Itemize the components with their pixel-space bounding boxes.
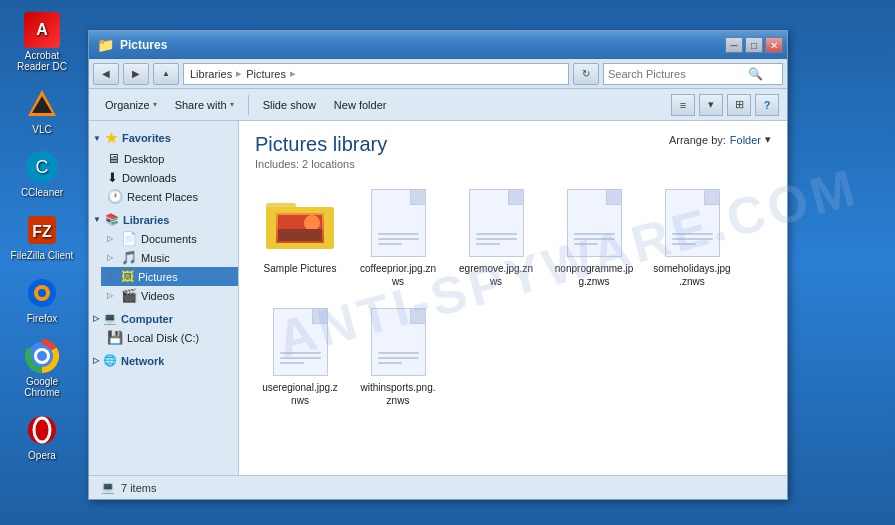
- help-button[interactable]: ?: [755, 94, 779, 116]
- desktop-icon-acrobat[interactable]: A Acrobat Reader DC: [4, 8, 80, 76]
- icon-label-vlc: VLC: [32, 124, 51, 135]
- library-items: ▷ 📄 Documents ▷ 🎵 Music ▽ 🖼 Pictu: [89, 229, 238, 305]
- expand-documents-icon: ▷: [107, 234, 117, 243]
- doc-icon-egremove: [460, 187, 532, 259]
- nav-desktop-label: Desktop: [124, 153, 164, 165]
- libraries-section: ▼ 📚 Libraries ▷ 📄 Documents ▷ 🎵: [89, 210, 238, 305]
- nav-pictures-label: Pictures: [138, 271, 178, 283]
- desktop-icon-chrome[interactable]: Google Chrome: [4, 334, 80, 402]
- new-folder-button[interactable]: New folder: [326, 93, 395, 117]
- details-view-button[interactable]: ⊞: [727, 94, 751, 116]
- nav-documents-label: Documents: [141, 233, 197, 245]
- toolbar-separator: [248, 95, 249, 115]
- desktop-icon-firefox[interactable]: Firefox: [4, 271, 80, 328]
- slide-show-button[interactable]: Slide show: [255, 93, 324, 117]
- file-label-coffeeprior: coffeeprior.jpg.znws: [358, 262, 438, 288]
- computer-label: Computer: [121, 313, 173, 325]
- recent-nav-icon: 🕐: [107, 189, 123, 204]
- svg-text:C: C: [36, 157, 49, 177]
- nav-item-local-disk[interactable]: 💾 Local Disk (C:): [101, 328, 238, 347]
- forward-button[interactable]: ▶: [123, 63, 149, 85]
- nav-item-pictures[interactable]: ▽ 🖼 Pictures: [101, 267, 238, 286]
- file-item-nonprogramme[interactable]: nonprogramme.jpg.znws: [549, 182, 639, 293]
- close-button[interactable]: ✕: [765, 37, 783, 53]
- favorites-star-icon: ★: [105, 130, 118, 146]
- nav-videos-label: Videos: [141, 290, 174, 302]
- nav-local-disk-label: Local Disk (C:): [127, 332, 199, 344]
- share-with-button[interactable]: Share with ▾: [167, 93, 242, 117]
- desktop-icons: A Acrobat Reader DC VLC C CCleaner FZ Fi…: [0, 0, 88, 525]
- nav-pane: ▼ ★ Favorites 🖥 Desktop ⬇ Downloads: [89, 121, 239, 475]
- file-label-nonprogramme: nonprogramme.jpg.znws: [554, 262, 634, 288]
- file-item-someholidays[interactable]: someholidays.jpg.znws: [647, 182, 737, 293]
- computer-items: 💾 Local Disk (C:): [89, 328, 238, 347]
- desktop-icon-opera[interactable]: Opera: [4, 408, 80, 465]
- refresh-button[interactable]: ↻: [573, 63, 599, 85]
- view-change-button[interactable]: ≡: [671, 94, 695, 116]
- new-folder-label: New folder: [334, 99, 387, 111]
- downloads-nav-icon: ⬇: [107, 170, 118, 185]
- up-button[interactable]: ▲: [153, 63, 179, 85]
- back-button[interactable]: ◀: [93, 63, 119, 85]
- file-label-sample-pictures: Sample Pictures: [264, 262, 337, 275]
- nav-item-documents[interactable]: ▷ 📄 Documents: [101, 229, 238, 248]
- nav-item-desktop[interactable]: 🖥 Desktop: [101, 149, 238, 168]
- file-label-egremove: egremove.jpg.znws: [456, 262, 536, 288]
- svg-point-8: [38, 289, 46, 297]
- arrange-by-value[interactable]: Folder: [730, 134, 761, 146]
- libraries-lib-icon: 📚: [105, 213, 119, 226]
- view-dropdown-button[interactable]: ▾: [699, 94, 723, 116]
- file-label-useregional: useregional.jpg.znws: [260, 381, 340, 407]
- desktop-icon-filezilla[interactable]: FZ FileZilla Client: [4, 208, 80, 265]
- svg-point-12: [28, 416, 56, 444]
- nav-recent-label: Recent Places: [127, 191, 198, 203]
- desktop-icon-vlc[interactable]: VLC: [4, 82, 80, 139]
- title-bar-buttons: ─ □ ✕: [725, 37, 783, 53]
- library-title: Pictures library: [255, 133, 387, 156]
- main-area: ▼ ★ Favorites 🖥 Desktop ⬇ Downloads: [89, 121, 787, 475]
- expand-computer-icon: ▷: [93, 314, 99, 323]
- libraries-header[interactable]: ▼ 📚 Libraries: [89, 210, 238, 229]
- nav-music-label: Music: [141, 252, 170, 264]
- address-box[interactable]: Libraries ▸ Pictures ▸: [183, 63, 569, 85]
- organize-dropdown-arrow: ▾: [153, 100, 157, 109]
- doc-icon-withinsports: [362, 306, 434, 378]
- computer-section: ▷ 💻 Computer 💾 Local Disk (C:): [89, 309, 238, 347]
- title-bar-left: 📁 Pictures: [97, 37, 167, 53]
- desktop-icon-ccleaner[interactable]: C CCleaner: [4, 145, 80, 202]
- expand-pictures-icon: ▽: [107, 272, 117, 281]
- address-bar: ◀ ▶ ▲ Libraries ▸ Pictures ▸ ↻ 🔍: [89, 59, 787, 89]
- nav-item-videos[interactable]: ▷ 🎬 Videos: [101, 286, 238, 305]
- favorites-header[interactable]: ▼ ★ Favorites: [89, 127, 238, 149]
- nav-item-music[interactable]: ▷ 🎵 Music: [101, 248, 238, 267]
- expand-network-icon: ▷: [93, 356, 99, 365]
- icon-label-firefox: Firefox: [27, 313, 58, 324]
- nav-item-downloads[interactable]: ⬇ Downloads: [101, 168, 238, 187]
- arrange-by-arrow: ▾: [765, 133, 771, 146]
- file-item-withinsports[interactable]: withinsports.png.znws: [353, 301, 443, 412]
- search-input[interactable]: [608, 68, 748, 80]
- doc-icon-useregional: [264, 306, 336, 378]
- file-item-sample-pictures[interactable]: Sample Pictures: [255, 182, 345, 293]
- doc-icon-nonprogramme: [558, 187, 630, 259]
- folder-icon-sample-pictures: [264, 187, 336, 259]
- file-item-egremove[interactable]: egremove.jpg.znws: [451, 182, 541, 293]
- svg-rect-21: [278, 229, 322, 241]
- arrange-by: Arrange by: Folder ▾: [669, 133, 771, 146]
- organize-button[interactable]: Organize ▾: [97, 93, 165, 117]
- search-icon: 🔍: [748, 67, 763, 81]
- computer-header[interactable]: ▷ 💻 Computer: [89, 309, 238, 328]
- desktop: A Acrobat Reader DC VLC C CCleaner FZ Fi…: [0, 0, 895, 525]
- icon-label-opera: Opera: [28, 450, 56, 461]
- file-item-coffeeprior[interactable]: coffeeprior.jpg.znws: [353, 182, 443, 293]
- network-header[interactable]: ▷ 🌐 Network: [89, 351, 238, 370]
- arrange-by-label: Arrange by:: [669, 134, 726, 146]
- slide-show-label: Slide show: [263, 99, 316, 111]
- file-item-useregional[interactable]: useregional.jpg.znws: [255, 301, 345, 412]
- svg-point-11: [37, 351, 47, 361]
- maximize-button[interactable]: □: [745, 37, 763, 53]
- content-pane: Pictures library Includes: 2 locations A…: [239, 121, 787, 475]
- minimize-button[interactable]: ─: [725, 37, 743, 53]
- window-icon: 📁: [97, 37, 114, 53]
- nav-item-recent[interactable]: 🕐 Recent Places: [101, 187, 238, 206]
